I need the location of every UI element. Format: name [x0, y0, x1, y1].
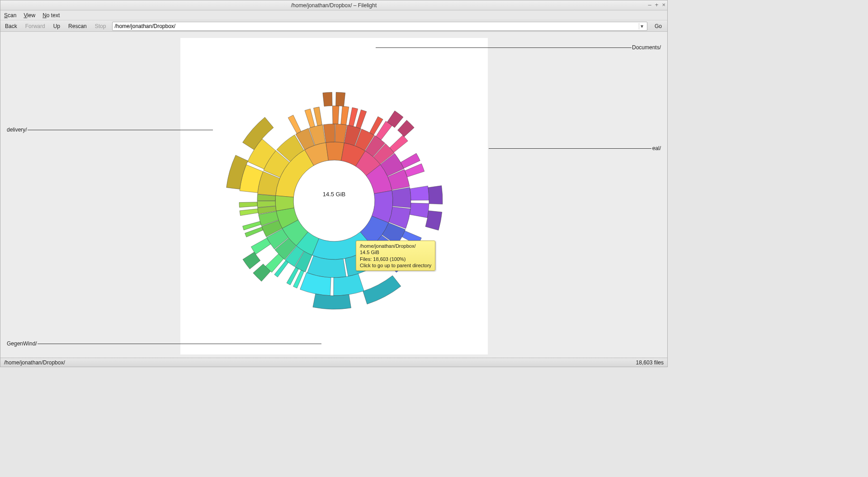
window-title: /home/jonathan/Dropbox/ – Filelight — [291, 2, 377, 9]
tooltip: /home/jonathan/Dropbox/ 14.5 GiB Files: … — [356, 241, 435, 271]
menu-scan[interactable]: Scan — [4, 12, 16, 19]
tooltip-path: /home/jonathan/Dropbox/ — [360, 243, 431, 249]
status-files: 18,603 files — [636, 359, 664, 366]
sunburst-segment[interactable] — [305, 109, 315, 128]
tooltip-hint: Click to go up to parent directory — [360, 262, 431, 269]
sunburst-segment[interactable] — [398, 120, 415, 137]
forward-button: Forward — [24, 22, 47, 30]
up-button[interactable]: Up — [52, 22, 62, 30]
sunburst-segment[interactable] — [323, 92, 332, 106]
sunburst-chart[interactable] — [180, 38, 488, 354]
menubar: Scan View No text — [0, 10, 667, 20]
go-button[interactable]: Go — [652, 22, 665, 30]
callout-line-gegenwind — [38, 344, 321, 344]
stop-button: Stop — [93, 22, 108, 30]
app-window: /home/jonathan/Dropbox/ – Filelight – + … — [0, 0, 668, 367]
close-icon[interactable]: × — [662, 1, 665, 8]
sunburst-segment[interactable] — [341, 106, 349, 125]
sunburst-segment[interactable] — [410, 203, 429, 218]
sunburst-segment[interactable] — [240, 209, 258, 216]
minimize-icon[interactable]: – — [648, 1, 651, 8]
sunburst-segment[interactable] — [314, 107, 322, 126]
sunburst-canvas[interactable] — [180, 38, 488, 354]
sunburst-segment[interactable] — [307, 256, 346, 278]
callout-line-eal — [489, 148, 651, 149]
sunburst-segment[interactable] — [336, 92, 345, 106]
toolbar: Back Forward Up Rescan Stop ▾ Go — [0, 20, 667, 32]
sunburst-center[interactable] — [293, 160, 375, 241]
callout-gegenwind: GegenWind/ — [7, 340, 37, 347]
callout-line-documents — [376, 47, 632, 48]
tooltip-size: 14.5 GiB — [360, 249, 431, 255]
back-button[interactable]: Back — [3, 22, 19, 30]
menu-view[interactable]: View — [24, 12, 35, 19]
statusbar: /home/jonathan/Dropbox/ 18,603 files — [0, 358, 667, 367]
sunburst-segment[interactable] — [288, 115, 301, 133]
callout-delivery: delivery/ — [7, 127, 27, 133]
rescan-button[interactable]: Rescan — [66, 22, 89, 30]
location-bar[interactable]: ▾ — [112, 22, 647, 31]
sunburst-segment[interactable] — [410, 186, 429, 200]
tooltip-files: Files: 18,603 (100%) — [360, 256, 431, 262]
sunburst-segment[interactable] — [323, 124, 335, 142]
menu-notext[interactable]: No text — [42, 12, 60, 19]
sunburst-segment[interactable] — [390, 135, 408, 152]
sunburst-segment[interactable] — [392, 187, 411, 208]
sunburst-segment[interactable] — [243, 252, 260, 269]
sunburst-segment[interactable] — [251, 238, 270, 254]
callout-line-delivery — [28, 130, 213, 130]
sunburst-segment[interactable] — [428, 186, 443, 204]
content-area: 14.5 GiB delivery/ GegenWind/ Documents/… — [0, 32, 667, 358]
maximize-icon[interactable]: + — [655, 1, 659, 8]
callout-documents: Documents/ — [632, 44, 661, 51]
location-input[interactable] — [114, 23, 639, 29]
titlebar: /home/jonathan/Dropbox/ – Filelight – + … — [0, 0, 667, 10]
sunburst-segment[interactable] — [239, 202, 257, 208]
sunburst-segment[interactable] — [349, 108, 358, 127]
callout-eal: eal/ — [652, 145, 661, 151]
sunburst-segment[interactable] — [332, 106, 339, 124]
location-dropdown-icon[interactable]: ▾ — [639, 23, 645, 29]
sunburst-segment[interactable] — [356, 110, 367, 129]
status-path: /home/jonathan/Dropbox/ — [4, 359, 65, 366]
sunburst-segment[interactable] — [313, 294, 351, 309]
sunburst-segment[interactable] — [363, 275, 401, 304]
